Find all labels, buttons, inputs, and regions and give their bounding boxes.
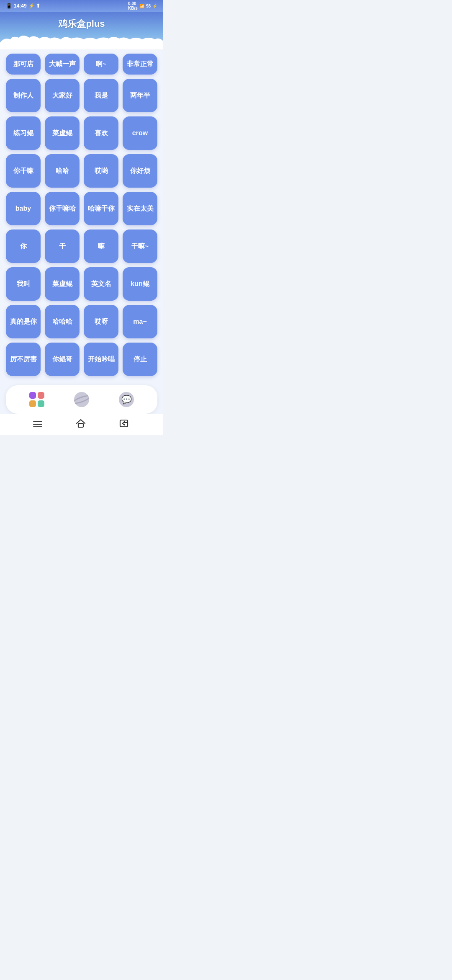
btn-aiyou[interactable]: 哎哟 [84,154,118,188]
system-nav [0,414,163,435]
tab-bar-wrapper: 💬 [0,382,163,414]
status-network: 0.00KB/s [128,1,138,10]
status-sim-icon: 📱 [6,3,12,9]
chat-icon: 💬 [119,392,134,407]
btn-a[interactable]: 啊~ [84,54,118,75]
home-button[interactable] [75,418,86,431]
btn-libulihai[interactable]: 厉不厉害 [6,343,41,376]
status-wifi-icon: 📶 [139,4,144,8]
home-icon [75,418,86,429]
status-icons: ⚡ ⬆ [28,3,40,9]
btn-haha[interactable]: 哈哈 [45,154,80,188]
btn-da-han[interactable]: 大喊一声 [45,54,80,75]
apps-sq2 [38,392,44,399]
hamburger-line2 [33,424,42,425]
hamburger-line1 [33,421,42,422]
apps-icon [29,392,44,407]
btn-gan[interactable]: 干 [45,230,80,263]
tab-bar: 💬 [6,385,157,414]
btn-caixu-kun[interactable]: 菜虚鲲 [45,116,80,150]
status-left: 📱 14:49 ⚡ ⬆ [6,3,40,9]
btn-hama-ganni[interactable]: 哈嘛干你 [84,192,118,225]
status-right: 0.00KB/s 📶 98 ⚡ [128,1,157,10]
btn-aiya[interactable]: 哎呀 [84,305,118,338]
menu-button[interactable] [33,421,42,427]
btn-crow[interactable]: crow [123,116,157,150]
btn-gan-ma-tilde[interactable]: 干嘛~ [123,230,157,263]
main-content: 那可店 大喊一声 啊~ 非常正常 制作人 大家好 我是 两年半 练习鲲 菜虚鲲 … [0,49,163,382]
status-time: 14:49 [14,3,27,9]
btn-tingzhi[interactable]: 停止 [123,343,157,376]
hamburger-line3 [33,426,42,427]
back-icon [119,418,130,429]
btn-shizai-tai-mei[interactable]: 实在太美 [123,192,157,225]
btn-ma2[interactable]: 嘛 [84,230,118,263]
btn-ni-kun-ge[interactable]: 你鲲哥 [45,343,80,376]
btn-baby[interactable]: baby [6,192,41,225]
partial-row: 那可店 大喊一声 啊~ 非常正常 [6,54,157,75]
apps-sq1 [29,392,36,399]
tab-planet[interactable] [67,390,96,409]
back-button[interactable] [119,418,130,431]
btn-caixu-kun2[interactable]: 菜虚鲲 [45,267,80,301]
btn-feichang[interactable]: 非常正常 [123,54,157,75]
btn-kun-kun[interactable]: kun鲲 [123,267,157,301]
apps-sq4 [38,400,44,407]
btn-nihao-fan[interactable]: 你好烦 [123,154,157,188]
btn-woshi[interactable]: 我是 [84,79,118,112]
btn-zhende-shini[interactable]: 真的是你 [6,305,41,338]
svg-rect-1 [120,420,128,427]
apps-sq3 [29,400,36,407]
tab-chat[interactable]: 💬 [112,390,141,409]
btn-nake-dian[interactable]: 那可店 [6,54,41,75]
status-bar: 📱 14:49 ⚡ ⬆ 0.00KB/s 📶 98 ⚡ [0,0,163,12]
planet-icon [74,392,89,407]
btn-wojiao[interactable]: 我叫 [6,267,41,301]
app-title: 鸡乐盒plus [0,15,163,34]
button-grid: 制作人 大家好 我是 两年半 练习鲲 菜虚鲲 喜欢 crow 你干嘛 哈哈 哎哟… [6,79,157,376]
btn-yingwen-ming[interactable]: 英文名 [84,267,118,301]
status-battery: 98 [146,4,151,8]
cloud-decoration [0,34,163,49]
btn-hahaha[interactable]: 哈哈哈 [45,305,80,338]
btn-ni[interactable]: 你 [6,230,41,263]
btn-kaishi-yinchang[interactable]: 开始吟唱 [84,343,118,376]
btn-ma-tilde[interactable]: ma~ [123,305,157,338]
btn-zhizuoren[interactable]: 制作人 [6,79,41,112]
svg-rect-0 [78,423,83,427]
tab-apps[interactable] [23,390,51,409]
status-bolt-icon: ⚡ [152,4,157,8]
btn-xihuan[interactable]: 喜欢 [84,116,118,150]
btn-dajiahao[interactable]: 大家好 [45,79,80,112]
btn-nigan-ma[interactable]: 你干嘛 [6,154,41,188]
btn-lianxi-kun[interactable]: 练习鲲 [6,116,41,150]
btn-nigan-maha[interactable]: 你干嘛哈 [45,192,80,225]
header: 鸡乐盒plus [0,12,163,49]
btn-liangnianban[interactable]: 两年半 [123,79,157,112]
